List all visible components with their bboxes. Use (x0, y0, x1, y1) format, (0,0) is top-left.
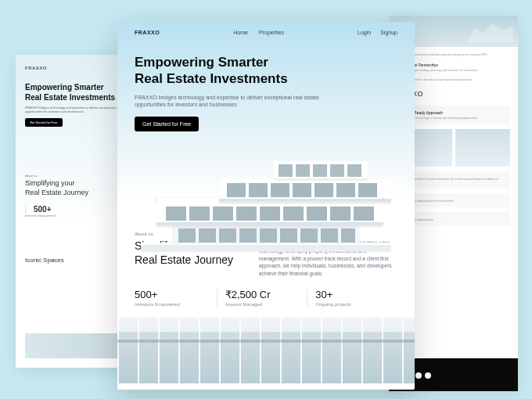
main-landing-page: FRAXXO Home Properties Login Signup Empo… (117, 22, 415, 390)
svg-rect-26 (219, 199, 391, 202)
svg-rect-35 (279, 164, 293, 177)
svg-rect-24 (354, 207, 374, 221)
svg-rect-25 (219, 178, 391, 202)
svg-rect-16 (166, 207, 186, 221)
login-link[interactable]: Login (358, 30, 371, 35)
svg-rect-17 (189, 207, 210, 221)
svg-rect-21 (283, 207, 304, 221)
top-nav: FRAXXO Home Properties Login Signup (117, 22, 415, 43)
stats-row: 500+ Investors Empowered ₹2,500 Cr Asses… (117, 278, 415, 307)
svg-rect-33 (358, 183, 377, 197)
svg-rect-32 (336, 183, 355, 197)
building-gallery-image (117, 318, 415, 383)
hero-section: Empowering Smarter Real Estate Investmen… (117, 43, 415, 131)
stat-investors: 500+ Investors Empowered (135, 289, 217, 307)
svg-rect-39 (347, 164, 361, 177)
linkedin-icon (425, 372, 431, 379)
svg-rect-44 (219, 202, 391, 204)
hero-title: Empowering Smarter Real Estate Investmen… (135, 54, 397, 88)
nav-auth: Login Signup (358, 30, 397, 35)
svg-rect-18 (213, 207, 233, 221)
svg-rect-38 (330, 164, 344, 177)
svg-rect-19 (236, 207, 257, 221)
nav-links: Home Properties (233, 30, 284, 35)
svg-rect-30 (293, 183, 311, 197)
about-label: About us (135, 232, 245, 236)
about-section: About us Simplifying your Real Estate Jo… (117, 222, 415, 278)
about-body: FRAXXO combines innovative strategies an… (259, 232, 397, 278)
svg-rect-29 (271, 183, 289, 197)
bg-left-cta: Get Started for Free (25, 118, 63, 127)
get-started-button[interactable]: Get Started for Free (135, 117, 199, 131)
svg-rect-36 (296, 164, 310, 177)
nav-home[interactable]: Home (233, 30, 248, 35)
svg-rect-34 (274, 161, 368, 178)
signup-link[interactable]: Signup (380, 30, 397, 35)
hero-subtitle: FRAXXO bridges technology and expertise … (135, 94, 322, 110)
twitter-icon (415, 372, 422, 379)
svg-rect-23 (330, 207, 350, 221)
svg-rect-28 (249, 183, 268, 197)
svg-rect-22 (307, 207, 327, 221)
about-title: Simplifying your Real Estate Journey (135, 239, 245, 267)
svg-rect-45 (274, 178, 368, 181)
svg-rect-15 (156, 202, 383, 205)
nav-properties[interactable]: Properties (259, 30, 284, 35)
svg-rect-37 (313, 164, 327, 177)
svg-rect-31 (315, 183, 333, 197)
stat-assets: ₹2,500 Cr Assests Managed (217, 289, 307, 307)
brand-logo[interactable]: FRAXXO (135, 30, 160, 35)
stat-projects: 30+ Ongoing projects (307, 289, 397, 307)
svg-rect-20 (260, 207, 280, 221)
svg-rect-27 (227, 183, 246, 197)
